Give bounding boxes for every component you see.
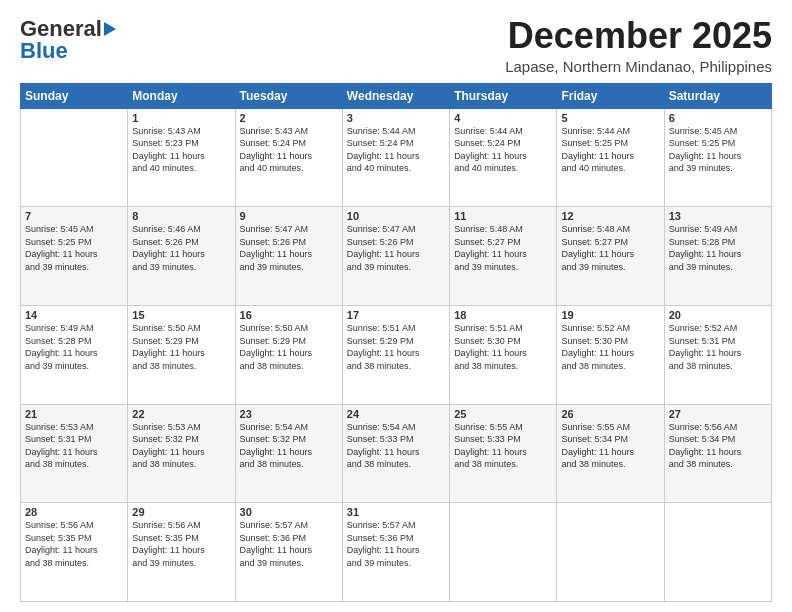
day-info: Sunrise: 5:43 AM Sunset: 5:23 PM Dayligh… xyxy=(132,125,230,175)
day-number: 14 xyxy=(25,309,123,321)
day-number: 2 xyxy=(240,112,338,124)
calendar-cell: 31Sunrise: 5:57 AM Sunset: 5:36 PM Dayli… xyxy=(342,503,449,602)
calendar-cell: 16Sunrise: 5:50 AM Sunset: 5:29 PM Dayli… xyxy=(235,305,342,404)
calendar-cell: 15Sunrise: 5:50 AM Sunset: 5:29 PM Dayli… xyxy=(128,305,235,404)
calendar-cell: 11Sunrise: 5:48 AM Sunset: 5:27 PM Dayli… xyxy=(450,207,557,306)
calendar-cell: 18Sunrise: 5:51 AM Sunset: 5:30 PM Dayli… xyxy=(450,305,557,404)
day-number: 22 xyxy=(132,408,230,420)
day-info: Sunrise: 5:47 AM Sunset: 5:26 PM Dayligh… xyxy=(240,223,338,273)
calendar-cell: 6Sunrise: 5:45 AM Sunset: 5:25 PM Daylig… xyxy=(664,108,771,207)
calendar-cell: 22Sunrise: 5:53 AM Sunset: 5:32 PM Dayli… xyxy=(128,404,235,503)
calendar-cell xyxy=(664,503,771,602)
day-number: 18 xyxy=(454,309,552,321)
calendar-cell: 12Sunrise: 5:48 AM Sunset: 5:27 PM Dayli… xyxy=(557,207,664,306)
calendar-day-header: Saturday xyxy=(664,83,771,108)
day-info: Sunrise: 5:48 AM Sunset: 5:27 PM Dayligh… xyxy=(561,223,659,273)
calendar-cell: 2Sunrise: 5:43 AM Sunset: 5:24 PM Daylig… xyxy=(235,108,342,207)
calendar-cell: 1Sunrise: 5:43 AM Sunset: 5:23 PM Daylig… xyxy=(128,108,235,207)
day-number: 13 xyxy=(669,210,767,222)
day-info: Sunrise: 5:54 AM Sunset: 5:33 PM Dayligh… xyxy=(347,421,445,471)
calendar-cell: 21Sunrise: 5:53 AM Sunset: 5:31 PM Dayli… xyxy=(21,404,128,503)
calendar-week-row: 21Sunrise: 5:53 AM Sunset: 5:31 PM Dayli… xyxy=(21,404,772,503)
calendar-cell: 20Sunrise: 5:52 AM Sunset: 5:31 PM Dayli… xyxy=(664,305,771,404)
day-info: Sunrise: 5:45 AM Sunset: 5:25 PM Dayligh… xyxy=(25,223,123,273)
calendar-cell xyxy=(450,503,557,602)
day-number: 17 xyxy=(347,309,445,321)
calendar-cell: 10Sunrise: 5:47 AM Sunset: 5:26 PM Dayli… xyxy=(342,207,449,306)
day-number: 23 xyxy=(240,408,338,420)
day-info: Sunrise: 5:57 AM Sunset: 5:36 PM Dayligh… xyxy=(347,519,445,569)
calendar-day-header: Friday xyxy=(557,83,664,108)
day-number: 26 xyxy=(561,408,659,420)
day-info: Sunrise: 5:51 AM Sunset: 5:29 PM Dayligh… xyxy=(347,322,445,372)
day-number: 30 xyxy=(240,506,338,518)
day-info: Sunrise: 5:52 AM Sunset: 5:31 PM Dayligh… xyxy=(669,322,767,372)
title-block: December 2025 Lapase, Northern Mindanao,… xyxy=(505,16,772,75)
calendar-cell xyxy=(557,503,664,602)
calendar-cell: 23Sunrise: 5:54 AM Sunset: 5:32 PM Dayli… xyxy=(235,404,342,503)
calendar-cell: 13Sunrise: 5:49 AM Sunset: 5:28 PM Dayli… xyxy=(664,207,771,306)
logo: General Blue xyxy=(20,16,116,64)
calendar-cell: 26Sunrise: 5:55 AM Sunset: 5:34 PM Dayli… xyxy=(557,404,664,503)
logo-blue: Blue xyxy=(20,38,68,64)
day-number: 25 xyxy=(454,408,552,420)
day-info: Sunrise: 5:50 AM Sunset: 5:29 PM Dayligh… xyxy=(132,322,230,372)
calendar-day-header: Wednesday xyxy=(342,83,449,108)
day-number: 28 xyxy=(25,506,123,518)
day-number: 16 xyxy=(240,309,338,321)
day-number: 31 xyxy=(347,506,445,518)
calendar-cell: 19Sunrise: 5:52 AM Sunset: 5:30 PM Dayli… xyxy=(557,305,664,404)
day-info: Sunrise: 5:56 AM Sunset: 5:35 PM Dayligh… xyxy=(25,519,123,569)
calendar-cell xyxy=(21,108,128,207)
day-number: 7 xyxy=(25,210,123,222)
day-number: 29 xyxy=(132,506,230,518)
location: Lapase, Northern Mindanao, Philippines xyxy=(505,58,772,75)
day-info: Sunrise: 5:56 AM Sunset: 5:35 PM Dayligh… xyxy=(132,519,230,569)
calendar-day-header: Tuesday xyxy=(235,83,342,108)
day-number: 19 xyxy=(561,309,659,321)
day-info: Sunrise: 5:44 AM Sunset: 5:24 PM Dayligh… xyxy=(454,125,552,175)
day-info: Sunrise: 5:52 AM Sunset: 5:30 PM Dayligh… xyxy=(561,322,659,372)
day-number: 15 xyxy=(132,309,230,321)
day-number: 11 xyxy=(454,210,552,222)
calendar-week-row: 1Sunrise: 5:43 AM Sunset: 5:23 PM Daylig… xyxy=(21,108,772,207)
calendar-day-header: Monday xyxy=(128,83,235,108)
day-number: 27 xyxy=(669,408,767,420)
calendar-cell: 29Sunrise: 5:56 AM Sunset: 5:35 PM Dayli… xyxy=(128,503,235,602)
day-number: 6 xyxy=(669,112,767,124)
calendar-cell: 25Sunrise: 5:55 AM Sunset: 5:33 PM Dayli… xyxy=(450,404,557,503)
day-info: Sunrise: 5:55 AM Sunset: 5:33 PM Dayligh… xyxy=(454,421,552,471)
logo-arrow-icon xyxy=(104,22,116,36)
calendar-table: SundayMondayTuesdayWednesdayThursdayFrid… xyxy=(20,83,772,602)
calendar-cell: 7Sunrise: 5:45 AM Sunset: 5:25 PM Daylig… xyxy=(21,207,128,306)
day-number: 12 xyxy=(561,210,659,222)
day-number: 24 xyxy=(347,408,445,420)
day-info: Sunrise: 5:57 AM Sunset: 5:36 PM Dayligh… xyxy=(240,519,338,569)
day-info: Sunrise: 5:53 AM Sunset: 5:32 PM Dayligh… xyxy=(132,421,230,471)
calendar-cell: 24Sunrise: 5:54 AM Sunset: 5:33 PM Dayli… xyxy=(342,404,449,503)
day-info: Sunrise: 5:45 AM Sunset: 5:25 PM Dayligh… xyxy=(669,125,767,175)
day-info: Sunrise: 5:50 AM Sunset: 5:29 PM Dayligh… xyxy=(240,322,338,372)
calendar-cell: 5Sunrise: 5:44 AM Sunset: 5:25 PM Daylig… xyxy=(557,108,664,207)
header: General Blue December 2025 Lapase, North… xyxy=(20,16,772,75)
calendar-header-row: SundayMondayTuesdayWednesdayThursdayFrid… xyxy=(21,83,772,108)
page: General Blue December 2025 Lapase, North… xyxy=(0,0,792,612)
day-number: 1 xyxy=(132,112,230,124)
day-info: Sunrise: 5:53 AM Sunset: 5:31 PM Dayligh… xyxy=(25,421,123,471)
month-title: December 2025 xyxy=(505,16,772,56)
day-info: Sunrise: 5:56 AM Sunset: 5:34 PM Dayligh… xyxy=(669,421,767,471)
day-info: Sunrise: 5:54 AM Sunset: 5:32 PM Dayligh… xyxy=(240,421,338,471)
day-number: 4 xyxy=(454,112,552,124)
day-info: Sunrise: 5:46 AM Sunset: 5:26 PM Dayligh… xyxy=(132,223,230,273)
day-number: 8 xyxy=(132,210,230,222)
day-info: Sunrise: 5:48 AM Sunset: 5:27 PM Dayligh… xyxy=(454,223,552,273)
day-number: 21 xyxy=(25,408,123,420)
day-number: 5 xyxy=(561,112,659,124)
calendar-day-header: Thursday xyxy=(450,83,557,108)
day-info: Sunrise: 5:49 AM Sunset: 5:28 PM Dayligh… xyxy=(669,223,767,273)
calendar-day-header: Sunday xyxy=(21,83,128,108)
calendar-cell: 8Sunrise: 5:46 AM Sunset: 5:26 PM Daylig… xyxy=(128,207,235,306)
calendar-week-row: 28Sunrise: 5:56 AM Sunset: 5:35 PM Dayli… xyxy=(21,503,772,602)
calendar-cell: 4Sunrise: 5:44 AM Sunset: 5:24 PM Daylig… xyxy=(450,108,557,207)
day-number: 20 xyxy=(669,309,767,321)
